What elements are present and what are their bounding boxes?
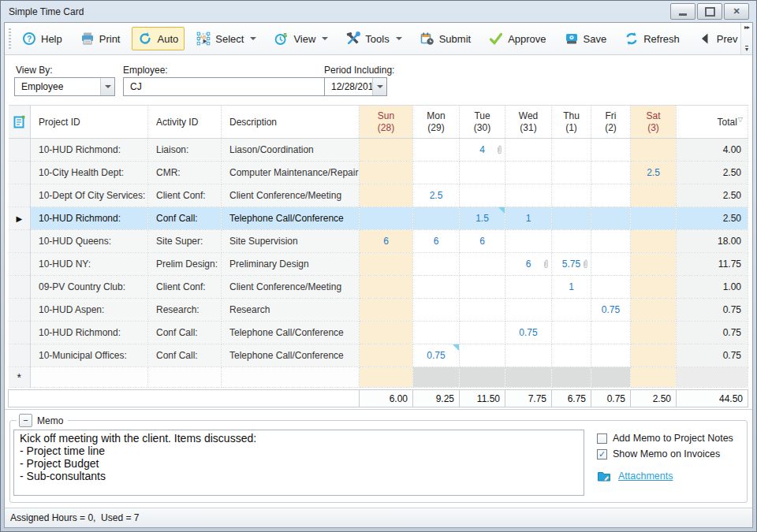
description-cell[interactable] (222, 367, 360, 388)
day-cell[interactable] (505, 230, 552, 253)
day-cell[interactable] (460, 184, 505, 207)
day-cell[interactable] (413, 207, 460, 230)
activity-cell[interactable]: Conf Call: (148, 207, 222, 230)
row-selector[interactable] (9, 276, 31, 299)
day-cell[interactable] (360, 253, 413, 276)
row-selector[interactable] (9, 322, 31, 344)
day-cell[interactable] (413, 322, 460, 344)
day-cell[interactable] (631, 230, 677, 253)
description-cell[interactable]: Computer Maintenance/Repair (222, 162, 360, 184)
day-cell[interactable] (552, 207, 591, 230)
day-cell[interactable] (360, 344, 413, 367)
day-cell[interactable] (505, 299, 552, 322)
project-cell[interactable]: 10-City Health Dept: (31, 162, 148, 184)
row-selector[interactable]: ▶ (9, 207, 31, 230)
grid-corner-cell[interactable] (9, 106, 31, 139)
column-header-mon[interactable]: Mon(29) (413, 106, 460, 139)
day-cell[interactable] (552, 139, 591, 162)
day-cell[interactable] (505, 276, 552, 299)
view-by-select[interactable]: Employee (14, 77, 115, 96)
day-cell[interactable]: 6 (360, 230, 413, 253)
memo-textarea[interactable]: Kick off meeting with the client. Items … (13, 430, 584, 496)
description-cell[interactable]: Telephone Call/Conference (222, 344, 360, 367)
activity-cell[interactable]: Prelim Design: (148, 253, 222, 276)
tools-button[interactable]: Tools (340, 27, 408, 50)
day-cell[interactable]: 5.75 (552, 253, 591, 276)
toolbar-gripper[interactable] (9, 28, 11, 49)
day-cell[interactable] (413, 367, 460, 388)
activity-cell[interactable] (148, 367, 222, 388)
day-cell[interactable] (360, 139, 413, 162)
day-cell[interactable] (591, 322, 631, 344)
project-cell[interactable]: 10-HUD Richmond: (31, 322, 148, 344)
day-cell[interactable] (552, 230, 591, 253)
row-selector[interactable] (9, 230, 31, 253)
day-cell[interactable]: 1 (552, 276, 591, 299)
day-cell[interactable] (631, 344, 677, 367)
description-cell[interactable]: Preliminary Design (222, 253, 360, 276)
day-cell[interactable] (591, 253, 631, 276)
project-cell[interactable]: 10-HUD Queens: (31, 230, 148, 253)
row-selector[interactable] (9, 162, 31, 184)
approve-button[interactable]: Approve (483, 27, 552, 50)
activity-cell[interactable]: Research: (148, 299, 222, 322)
activity-cell[interactable]: Conf Call: (148, 322, 222, 344)
day-cell[interactable] (631, 207, 677, 230)
day-cell[interactable] (631, 367, 677, 388)
day-cell[interactable] (413, 253, 460, 276)
description-cell[interactable]: Telephone Call/Conference (222, 322, 360, 344)
day-cell[interactable]: 1.5 (460, 207, 505, 230)
day-cell[interactable] (460, 253, 505, 276)
column-header-thu[interactable]: Thu(1) (552, 106, 591, 139)
day-cell[interactable] (591, 184, 631, 207)
row-selector[interactable] (9, 344, 31, 367)
row-selector[interactable] (9, 253, 31, 276)
day-cell[interactable] (460, 162, 505, 184)
day-cell[interactable] (591, 230, 631, 253)
day-cell[interactable]: 6 (505, 253, 552, 276)
day-cell[interactable] (552, 162, 591, 184)
maximize-button[interactable] (697, 3, 722, 20)
day-cell[interactable] (552, 184, 591, 207)
day-cell[interactable]: 0.75 (591, 299, 631, 322)
column-header-tue[interactable]: Tue(30) (460, 106, 505, 139)
day-cell[interactable] (631, 299, 677, 322)
view-button[interactable]: $View (268, 27, 334, 50)
project-cell[interactable]: 09-PV Country Club: (31, 276, 148, 299)
day-cell[interactable] (591, 276, 631, 299)
description-cell[interactable]: Site Supervision (222, 230, 360, 253)
description-cell[interactable]: Client Conference/Meeting (222, 276, 360, 299)
save-button[interactable]: Save (558, 27, 613, 50)
column-header-total[interactable]: Total▽ (677, 106, 748, 139)
day-cell[interactable] (413, 276, 460, 299)
day-cell[interactable] (552, 367, 591, 388)
column-header-activity[interactable]: Activity ID (148, 106, 222, 139)
day-cell[interactable] (631, 139, 677, 162)
day-cell[interactable] (360, 276, 413, 299)
column-header-project[interactable]: Project ID (31, 106, 148, 139)
column-header-sat[interactable]: Sat(3) (631, 106, 677, 139)
chevron-down-icon[interactable] (372, 78, 386, 95)
column-header-sun[interactable]: Sun(28) (360, 106, 413, 139)
day-cell[interactable] (413, 299, 460, 322)
day-cell[interactable] (591, 344, 631, 367)
description-cell[interactable]: Telephone Call/Conference (222, 207, 360, 230)
day-cell[interactable] (591, 367, 631, 388)
project-cell[interactable] (31, 367, 148, 388)
day-cell[interactable] (591, 139, 631, 162)
activity-cell[interactable]: CMR: (148, 162, 222, 184)
day-cell[interactable] (413, 139, 460, 162)
day-cell[interactable] (505, 162, 552, 184)
select-button[interactable]: ABSelect (190, 27, 263, 50)
project-cell[interactable]: 10-Municipal Offices: (31, 344, 148, 367)
day-cell[interactable] (631, 276, 677, 299)
day-cell[interactable] (360, 207, 413, 230)
day-cell[interactable] (360, 162, 413, 184)
checkbox-0[interactable] (597, 433, 607, 444)
day-cell[interactable] (552, 299, 591, 322)
day-cell[interactable] (552, 322, 591, 344)
day-cell[interactable] (505, 139, 552, 162)
day-cell[interactable] (460, 299, 505, 322)
description-cell[interactable]: Liason/Coordination (222, 139, 360, 162)
description-cell[interactable]: Research (222, 299, 360, 322)
